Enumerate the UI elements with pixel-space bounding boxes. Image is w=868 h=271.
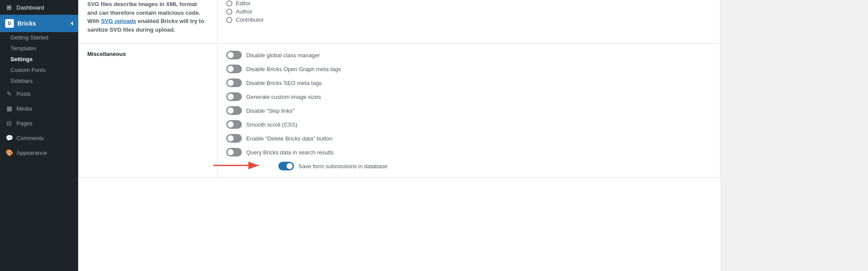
sidebar-item-custom-fonts[interactable]: Custom Fonts (0, 65, 78, 75)
toggle-row-8: Save form submissions in database (278, 162, 711, 170)
miscellaneous-label-cell: Miscellaneous (79, 44, 218, 178)
toggle-row-2: Disable Bricks SEO meta tags (226, 78, 711, 87)
sidebar-item-label: Comments (17, 135, 44, 141)
toggle-label-4: Disable "Skip links" (246, 108, 294, 114)
bricks-arrow-icon (71, 21, 73, 26)
sidebar-item-label: Media (17, 105, 32, 112)
sidebar-item-dashboard[interactable]: ⊞ Dashboard (0, 0, 78, 15)
settings-table: SVG files describe images in XML format … (78, 0, 720, 178)
editor-radio-row: Editor (226, 0, 711, 7)
toggle-8[interactable] (278, 162, 294, 170)
sidebar-item-pages[interactable]: ⊟ Pages (0, 116, 78, 131)
toggle-label-5: Smooth scroll (CSS) (246, 121, 297, 128)
toggle-label-8: Save form submissions in database (298, 163, 387, 170)
appearance-icon: 🎨 (5, 149, 13, 157)
toggle-7[interactable] (226, 148, 242, 157)
sidebar-item-getting-started[interactable]: Getting Started (0, 32, 78, 43)
toggle-rows: Disable global class managerDisable Bric… (226, 51, 711, 170)
sidebar-item-label: Posts (17, 91, 31, 97)
arrow-svg (209, 157, 265, 174)
author-label: Author (236, 8, 252, 15)
sidebar-item-templates[interactable]: Templates (0, 43, 78, 54)
svg-description-cell: SVG files describe images in XML format … (79, 0, 218, 44)
posts-icon: ✎ (5, 90, 13, 98)
toggle-label-6: Enable "Delete Bricks data" button (246, 135, 333, 142)
author-radio[interactable] (226, 9, 232, 15)
miscellaneous-label: Miscellaneous (87, 51, 126, 57)
toggle-label-1: Disable Bricks Open Graph meta tags (246, 66, 341, 72)
settings-content: SVG files describe images in XML format … (78, 0, 720, 178)
toggle-2[interactable] (226, 78, 242, 87)
sidebar-item-label: Appearance (17, 150, 47, 156)
toggle-3[interactable] (226, 92, 242, 101)
toggle-label-2: Disable Bricks SEO meta tags (246, 80, 322, 86)
sidebar-item-sidebars[interactable]: Sidebars (0, 75, 78, 86)
toggle-0[interactable] (226, 51, 242, 59)
sidebar: ⊞ Dashboard b Bricks Getting Started Tem… (0, 0, 78, 271)
main-content: SVG files describe images in XML format … (78, 0, 720, 271)
toggle-row-3: Generate custom image sizes (226, 92, 711, 101)
svg-description-text: SVG files describe images in XML format … (87, 0, 208, 34)
toggle-label-3: Generate custom image sizes (246, 94, 321, 100)
toggle-row-4: Disable "Skip links" (226, 106, 711, 115)
sidebar-item-posts[interactable]: ✎ Posts (0, 86, 78, 101)
right-panel (720, 0, 868, 271)
editor-label: Editor (236, 0, 251, 7)
svg-upload-row: SVG files describe images in XML format … (79, 0, 720, 44)
toggle-1[interactable] (226, 65, 242, 73)
editor-radio[interactable] (226, 0, 232, 7)
toggle-row-6: Enable "Delete Bricks data" button (226, 134, 711, 143)
arrow-annotation (209, 157, 265, 176)
toggle-5[interactable] (226, 120, 242, 129)
contributor-radio[interactable] (226, 17, 232, 23)
pages-icon: ⊟ (5, 119, 13, 127)
bricks-label: Bricks (17, 20, 36, 27)
author-radio-row: Author (226, 8, 711, 15)
toggle-6[interactable] (226, 134, 242, 143)
sidebar-item-label: Pages (17, 120, 33, 127)
svg-uploads-link[interactable]: SVG uploads (101, 18, 136, 24)
toggle-label-0: Disable global class manager (246, 52, 320, 59)
sidebar-item-bricks[interactable]: b Bricks (0, 15, 78, 32)
sidebar-item-settings[interactable]: Settings (0, 54, 78, 65)
contributor-radio-row: Contributor (226, 16, 711, 23)
contributor-label: Contributor (236, 16, 264, 23)
toggle-label-7: Query Bricks data in search results (246, 149, 334, 156)
media-icon: ▦ (5, 104, 13, 112)
sidebar-item-label: Dashboard (17, 4, 44, 11)
toggle-4[interactable] (226, 106, 242, 115)
miscellaneous-options-cell: Disable global class managerDisable Bric… (218, 44, 720, 178)
comments-icon: 💬 (5, 134, 13, 142)
miscellaneous-row: Miscellaneous Disable global class manag… (79, 44, 720, 178)
sidebar-item-appearance[interactable]: 🎨 Appearance (0, 145, 78, 160)
dashboard-icon: ⊞ (5, 3, 13, 11)
upload-roles-cell: Editor Author Contributor (218, 0, 720, 44)
toggle-row-7: Query Bricks data in search results (226, 148, 711, 157)
bricks-brand-icon: b (5, 19, 14, 28)
toggle-row-1: Disable Bricks Open Graph meta tags (226, 65, 711, 73)
toggle-row-5: Smooth scroll (CSS) (226, 120, 711, 129)
sidebar-item-comments[interactable]: 💬 Comments (0, 131, 78, 145)
toggle-row-0: Disable global class manager (226, 51, 711, 59)
sidebar-item-media[interactable]: ▦ Media (0, 101, 78, 116)
